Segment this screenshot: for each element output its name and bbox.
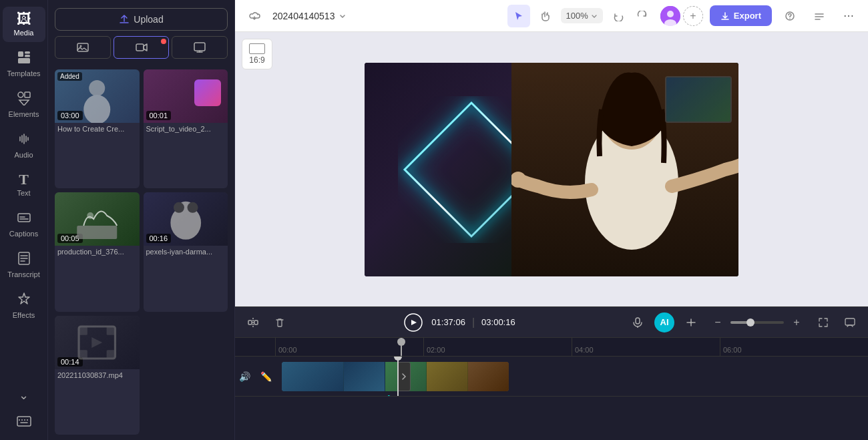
sidebar-item-captions[interactable]: Captions — [3, 205, 45, 243]
media-name: 202211030837.mp4 — [55, 369, 140, 383]
add-collaborator-button[interactable]: + — [683, 6, 703, 26]
topbar: 202404140513 100% — [235, 0, 868, 32]
svg-rect-1 — [25, 51, 30, 54]
effects-icon — [17, 292, 31, 309]
teal-pointer-arrow — [295, 386, 402, 396]
sidebar-item-effects[interactable]: Effects — [3, 286, 45, 324]
track-edit-button[interactable]: ✏️ — [256, 367, 275, 387]
undo-button[interactable] — [607, 5, 630, 27]
media-name: How to Create Cre... — [55, 123, 140, 136]
svg-rect-59 — [845, 318, 855, 325]
audio-icon — [17, 132, 31, 149]
sidebar-item-text[interactable]: T Text — [3, 167, 45, 202]
split-button[interactable] — [681, 312, 701, 333]
upload-label: Upload — [134, 14, 163, 25]
sidebar-item-label: Templates — [7, 69, 40, 77]
templates-icon — [17, 50, 31, 67]
transcript-icon — [17, 251, 31, 268]
avatar-group: + — [660, 6, 703, 26]
sidebar-item-label: Media — [14, 29, 34, 37]
media-name: Script_to_video_2... — [144, 123, 228, 136]
list-item[interactable]: 00:05 production_id_376... — [55, 192, 140, 311]
help-button[interactable] — [779, 5, 801, 27]
sidebar-item-media[interactable]: 🖼 Media — [3, 7, 45, 42]
svg-point-29 — [87, 212, 93, 219]
list-item[interactable]: 00:16 pexels-iyan-darma... — [144, 192, 228, 311]
zoom-in-button[interactable]: + — [787, 312, 807, 333]
svg-point-43 — [789, 18, 791, 19]
video-track-row: 🔊 ✏️ Add transition — [235, 357, 868, 397]
svg-rect-38 — [107, 350, 116, 359]
zoom-timeline-control: − + — [708, 312, 807, 333]
microphone-button[interactable] — [628, 312, 648, 333]
comment-button[interactable] — [840, 312, 860, 333]
main-area: 202404140513 100% — [235, 0, 868, 440]
svg-point-26 — [89, 80, 105, 96]
svg-point-32 — [173, 202, 184, 213]
media-type-tabs — [55, 36, 228, 59]
undo-redo-group — [607, 5, 654, 27]
delete-track-button[interactable] — [270, 312, 290, 333]
svg-rect-2 — [25, 55, 30, 57]
sidebar-item-transcript[interactable]: Transcript — [3, 246, 45, 284]
zoom-out-button[interactable]: − — [708, 312, 728, 333]
ruler-mark: 02:00 — [423, 338, 572, 356]
captions-panel-button[interactable] — [808, 5, 831, 27]
zoom-control[interactable]: 100% — [561, 8, 603, 23]
aspect-ratio-label: 16:9 — [249, 55, 264, 65]
export-button[interactable]: Export — [710, 5, 772, 26]
screen-tab[interactable] — [172, 36, 228, 59]
sidebar-item-elements[interactable]: Elements — [3, 85, 45, 124]
hand-tool-button[interactable] — [534, 5, 557, 27]
media-name: pexels-iyan-darma... — [144, 246, 228, 259]
media-duration: 00:01 — [146, 111, 172, 120]
fullscreen-button[interactable] — [813, 312, 833, 333]
list-item[interactable]: Added 03:00 How to Create Cre... — [55, 69, 140, 188]
svg-point-27 — [83, 95, 110, 123]
video-track-content[interactable]: Add transition — [275, 357, 868, 396]
track-controls: 🔊 ✏️ — [235, 367, 275, 387]
sidebar-item-audio[interactable]: Audio — [3, 126, 45, 164]
svg-rect-14 — [17, 417, 31, 426]
video-preview — [365, 63, 738, 276]
svg-rect-3 — [18, 58, 30, 63]
redo-button[interactable] — [631, 5, 654, 27]
upload-button[interactable]: Upload — [55, 8, 228, 31]
list-item[interactable]: 00:01 Script_to_video_2... — [144, 69, 228, 188]
more-options-button[interactable]: ⋯ — [837, 5, 860, 27]
sidebar-item-collapse[interactable]: ⌄ — [3, 383, 45, 408]
timeline-ruler: 00:00 02:00 04:00 06:00 — [235, 338, 868, 357]
sidebar-item-label: Text — [17, 189, 30, 197]
canvas-area: 16:9 — [235, 32, 868, 306]
sidebar-item-label: Audio — [14, 151, 33, 159]
svg-point-21 — [79, 45, 81, 47]
sidebar: 🖼 Media Templates Elements Audio T Text … — [0, 0, 48, 440]
split-tool-button[interactable] — [243, 312, 263, 333]
svg-rect-5 — [25, 92, 30, 97]
sidebar-item-label: Captions — [9, 230, 38, 238]
timeline-controls: 01:37:06 | 03:00:16 AI − + — [235, 307, 868, 338]
media-grid: Added 03:00 How to Create Cre... 00:01 S… — [48, 64, 234, 440]
ruler-mark: 04:00 — [572, 338, 720, 356]
video-tab[interactable] — [114, 36, 170, 59]
svg-rect-56 — [636, 318, 640, 324]
svg-rect-23 — [194, 43, 205, 51]
project-name[interactable]: 202404140513 — [272, 11, 347, 21]
image-tab[interactable] — [55, 36, 111, 59]
list-item[interactable]: 00:14 202211030837.mp4 — [55, 316, 140, 435]
svg-rect-22 — [136, 44, 144, 51]
track-volume-button[interactable]: 🔊 — [235, 367, 254, 387]
sidebar-item-keyboard[interactable] — [3, 411, 45, 433]
aspect-ratio-badge[interactable]: 16:9 — [242, 39, 272, 69]
playhead-head — [394, 357, 402, 361]
select-tool-button[interactable] — [507, 5, 530, 27]
media-panel-header: Upload — [48, 0, 234, 64]
play-button[interactable] — [402, 311, 425, 334]
captions-icon — [17, 210, 31, 228]
sidebar-item-label: Effects — [13, 311, 35, 319]
ai-button[interactable]: AI — [654, 312, 674, 333]
sidebar-item-templates[interactable]: Templates — [3, 45, 45, 83]
svg-point-33 — [187, 202, 198, 213]
cloud-save-button[interactable] — [243, 5, 266, 27]
topbar-tools: 100% — [507, 5, 654, 27]
